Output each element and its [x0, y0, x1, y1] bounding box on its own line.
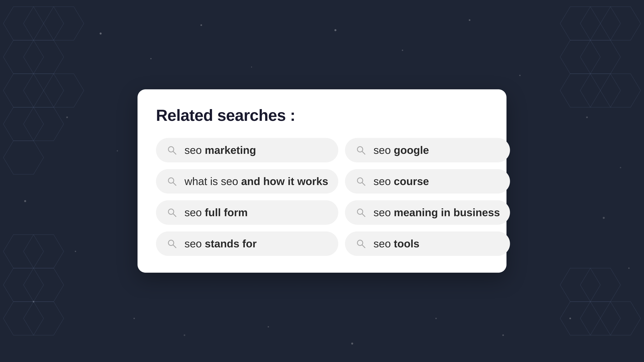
svg-marker-0 — [3, 7, 44, 40]
svg-marker-15 — [580, 40, 620, 74]
svg-marker-25 — [560, 268, 600, 302]
svg-line-57 — [362, 151, 365, 154]
svg-marker-4 — [24, 40, 64, 74]
svg-marker-22 — [24, 268, 64, 302]
svg-point-30 — [100, 32, 102, 34]
svg-marker-17 — [580, 74, 620, 107]
search-icon — [355, 175, 367, 187]
search-icon — [166, 238, 178, 250]
search-item-seo-meaning[interactable]: seo meaning in business — [345, 200, 510, 225]
search-text-seo-marketing: seo marketing — [184, 145, 256, 156]
related-searches-card: Related searches : seo marketing seo goo… — [138, 89, 506, 273]
svg-marker-6 — [24, 74, 64, 107]
svg-point-33 — [251, 66, 252, 67]
svg-point-35 — [402, 50, 403, 51]
search-item-seo-tools[interactable]: seo tools — [345, 231, 510, 256]
svg-line-61 — [362, 183, 365, 185]
svg-point-53 — [502, 334, 504, 336]
svg-line-55 — [173, 151, 176, 154]
card-title: Related searches : — [156, 106, 488, 124]
svg-point-37 — [519, 75, 520, 76]
search-icon — [166, 175, 178, 187]
svg-point-51 — [351, 343, 353, 345]
search-item-seo-marketing[interactable]: seo marketing — [156, 138, 338, 162]
svg-marker-2 — [44, 7, 84, 40]
search-item-what-is-seo[interactable]: what is seo and how it works — [156, 169, 338, 194]
svg-point-48 — [134, 318, 135, 319]
svg-marker-14 — [560, 40, 600, 74]
svg-line-59 — [173, 183, 176, 185]
svg-point-38 — [66, 116, 68, 118]
svg-marker-9 — [24, 107, 64, 141]
svg-line-65 — [362, 214, 365, 217]
search-item-seo-full-form[interactable]: seo full form — [156, 200, 338, 225]
svg-marker-29 — [600, 302, 641, 335]
search-item-seo-stands-for[interactable]: seo stands for — [156, 231, 338, 256]
svg-point-40 — [24, 200, 26, 202]
svg-marker-28 — [580, 302, 620, 335]
search-icon — [355, 238, 367, 250]
svg-point-44 — [620, 167, 621, 168]
svg-point-42 — [33, 301, 34, 303]
search-text-seo-google: seo google — [374, 145, 429, 156]
svg-marker-26 — [580, 268, 620, 302]
svg-line-63 — [173, 214, 176, 217]
svg-marker-21 — [3, 268, 44, 302]
svg-marker-8 — [3, 107, 44, 141]
search-text-seo-meaning: seo meaning in business — [374, 207, 500, 218]
svg-point-47 — [569, 318, 571, 319]
svg-marker-23 — [3, 302, 44, 335]
search-text-seo-course: seo course — [374, 176, 429, 187]
search-icon — [166, 144, 178, 156]
search-text-seo-tools: seo tools — [374, 238, 420, 249]
svg-point-39 — [117, 150, 118, 151]
svg-point-49 — [184, 334, 185, 336]
svg-point-45 — [603, 217, 605, 219]
svg-marker-7 — [44, 74, 84, 107]
search-item-seo-google[interactable]: seo google — [345, 138, 510, 162]
svg-marker-16 — [560, 74, 600, 107]
svg-point-52 — [435, 318, 437, 319]
svg-marker-1 — [24, 7, 64, 40]
svg-point-36 — [469, 19, 470, 21]
svg-marker-11 — [560, 7, 600, 40]
svg-marker-19 — [3, 235, 44, 268]
svg-marker-5 — [3, 74, 44, 107]
svg-point-41 — [75, 251, 76, 252]
svg-point-31 — [150, 58, 152, 59]
svg-point-46 — [628, 268, 630, 269]
svg-marker-24 — [24, 302, 64, 335]
svg-line-69 — [362, 245, 365, 248]
search-text-what-is-seo: what is seo and how it works — [184, 176, 328, 187]
search-icon — [355, 207, 367, 218]
svg-marker-12 — [580, 7, 620, 40]
svg-marker-18 — [600, 74, 641, 107]
svg-marker-13 — [600, 7, 641, 40]
svg-marker-27 — [560, 302, 600, 335]
svg-point-50 — [268, 326, 269, 328]
search-text-seo-full-form: seo full form — [184, 207, 248, 218]
search-text-seo-stands-for: seo stands for — [184, 238, 256, 249]
search-icon — [355, 144, 367, 156]
svg-marker-20 — [24, 235, 64, 268]
svg-line-67 — [173, 245, 176, 248]
svg-point-34 — [334, 29, 336, 31]
svg-point-43 — [586, 116, 588, 118]
searches-grid: seo marketing seo google what is seo and… — [156, 138, 488, 256]
svg-point-32 — [200, 24, 202, 26]
svg-marker-10 — [3, 141, 44, 174]
search-item-seo-course[interactable]: seo course — [345, 169, 510, 194]
search-icon — [166, 207, 178, 218]
svg-marker-3 — [3, 40, 44, 74]
